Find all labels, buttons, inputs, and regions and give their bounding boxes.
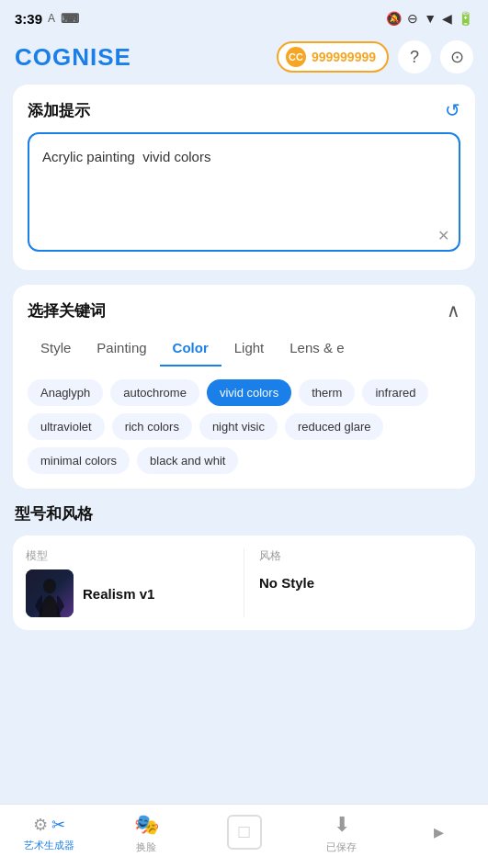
- prompt-section-header: 添加提示 ↺: [28, 99, 460, 121]
- coin-badge[interactable]: CC 999999999: [277, 41, 389, 73]
- prompt-section: 添加提示 ↺ Acrylic painting vivid colors ✕: [13, 85, 475, 270]
- tag-ultraviolet[interactable]: ultraviolet: [28, 413, 105, 440]
- nav-art-icons: ⚙ ✂: [33, 815, 65, 835]
- tag-vivid-colors[interactable]: vivid colors: [207, 379, 291, 406]
- tab-lens[interactable]: Lens & e: [277, 334, 357, 366]
- help-button[interactable]: ?: [398, 40, 431, 73]
- status-signal-icon: ◀: [442, 11, 452, 26]
- nav-face-swap[interactable]: 🎭 换脸: [97, 813, 195, 854]
- status-bell-icon: 🔕: [386, 11, 402, 26]
- status-keyboard-icon: ⌨: [61, 11, 79, 26]
- tab-painting[interactable]: Painting: [84, 334, 159, 366]
- svg-point-1: [43, 579, 56, 593]
- tag-infrared[interactable]: infrared: [362, 379, 428, 406]
- more-icon: ▸: [434, 820, 444, 844]
- model-name: Realism v1: [83, 586, 154, 602]
- collapse-icon[interactable]: ∧: [447, 299, 460, 321]
- status-battery-icon: 🔋: [458, 11, 473, 26]
- coin-amount: 999999999: [312, 50, 376, 64]
- status-bar: 3:39 A ⌨ 🔕 ⊖ ▼ ◀ 🔋: [0, 0, 488, 33]
- status-wifi-icon: ▼: [424, 11, 437, 26]
- style-box[interactable]: 风格 No Style: [259, 548, 462, 617]
- nav-saved[interactable]: ⬇ 已保存: [293, 813, 391, 854]
- tab-style[interactable]: Style: [28, 334, 84, 366]
- coin-icon: CC: [286, 47, 306, 67]
- prompt-title: 添加提示: [28, 100, 90, 121]
- brush-icon: ✂: [51, 815, 65, 835]
- keywords-section: 选择关键词 ∧ Style Painting Color Light Lens …: [13, 285, 475, 489]
- nav-art-label: 艺术生成器: [24, 839, 74, 852]
- main-content: 添加提示 ↺ Acrylic painting vivid colors ✕ 选…: [0, 85, 488, 630]
- tag-minimal-colors[interactable]: minimal colors: [28, 447, 130, 474]
- status-minus-icon: ⊖: [407, 11, 418, 26]
- tab-light[interactable]: Light: [221, 334, 278, 366]
- face-swap-icon: 🎭: [134, 813, 159, 837]
- tag-black-and-white[interactable]: black and whit: [137, 447, 238, 474]
- bottom-nav: ⚙ ✂ 艺术生成器 🎭 换脸 □ ⬇ 已保存 ▸: [0, 804, 488, 868]
- model-thumb-inner: [26, 569, 74, 617]
- keywords-title: 选择关键词: [28, 300, 106, 321]
- center-button[interactable]: □: [227, 815, 262, 850]
- clear-button[interactable]: ✕: [437, 227, 449, 244]
- model-content: Realism v1: [26, 569, 229, 617]
- textarea-wrapper: Acrylic painting vivid colors ✕: [28, 132, 460, 255]
- model-box[interactable]: 模型: [26, 548, 229, 617]
- tab-color[interactable]: Color: [160, 334, 221, 366]
- model-label: 模型: [26, 548, 229, 564]
- saved-icon: ⬇: [334, 813, 350, 837]
- status-a-icon: A: [48, 12, 55, 25]
- vertical-divider: [244, 548, 244, 617]
- tag-therm[interactable]: therm: [299, 379, 355, 406]
- nav-art-generator[interactable]: ⚙ ✂ 艺术生成器: [0, 815, 97, 852]
- keyword-tabs: Style Painting Color Light Lens & e: [28, 334, 460, 366]
- style-value: No Style: [259, 575, 462, 591]
- settings-icon: ⚙: [33, 815, 48, 835]
- nav-center[interactable]: □: [195, 815, 292, 853]
- tag-reduced-glare[interactable]: reduced glare: [285, 413, 384, 440]
- keywords-header: 选择关键词 ∧: [28, 299, 460, 321]
- history-icon[interactable]: ↺: [445, 99, 460, 121]
- center-icon: □: [238, 821, 249, 842]
- model-section-title: 型号和风格: [13, 503, 475, 535]
- keyword-tags: Anaglyph autochrome vivid colors therm i…: [28, 379, 460, 474]
- model-thumbnail: [26, 569, 74, 617]
- tag-anaglyph[interactable]: Anaglyph: [28, 379, 103, 406]
- header: COGNISE CC 999999999 ? ⊙: [0, 33, 488, 85]
- tag-night-vision[interactable]: night visic: [199, 413, 278, 440]
- tag-rich-colors[interactable]: rich colors: [112, 413, 192, 440]
- target-button[interactable]: ⊙: [440, 40, 473, 73]
- nav-more[interactable]: ▸: [391, 820, 488, 848]
- logo: COGNISE: [15, 43, 131, 72]
- status-time: 3:39 A ⌨: [15, 11, 79, 27]
- status-right-icons: 🔕 ⊖ ▼ ◀ 🔋: [386, 11, 473, 26]
- tag-autochrome[interactable]: autochrome: [110, 379, 199, 406]
- model-thumb-svg: [26, 569, 74, 617]
- nav-face-label: 换脸: [136, 840, 156, 854]
- nav-saved-label: 已保存: [326, 840, 357, 854]
- model-style-card: 模型: [13, 535, 475, 630]
- prompt-textarea[interactable]: Acrylic painting vivid colors: [28, 132, 460, 252]
- header-right: CC 999999999 ? ⊙: [277, 40, 473, 73]
- style-label: 风格: [259, 548, 462, 564]
